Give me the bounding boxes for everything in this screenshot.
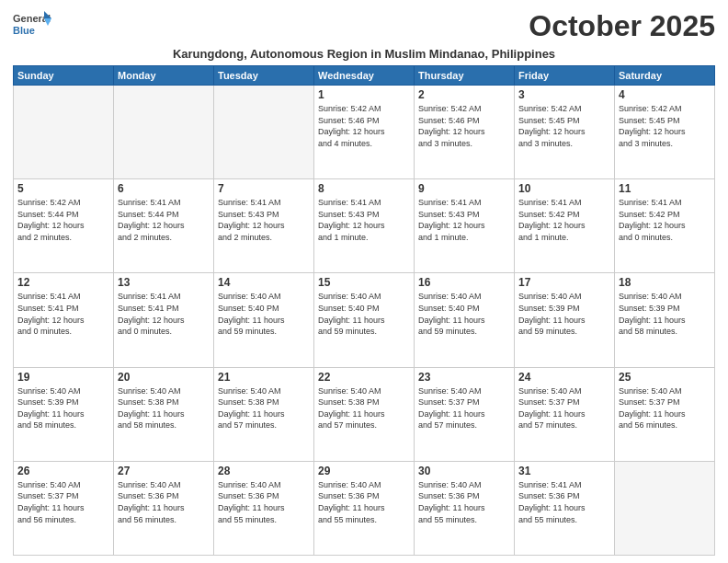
calendar-cell: 11Sunrise: 5:41 AM Sunset: 5:42 PM Dayli… — [615, 179, 715, 273]
logo-svg: General Blue — [13, 9, 51, 42]
cell-info: Sunrise: 5:41 AM Sunset: 5:41 PM Dayligh… — [118, 291, 210, 337]
calendar-cell: 4Sunrise: 5:42 AM Sunset: 5:45 PM Daylig… — [615, 86, 715, 179]
calendar-table: SundayMondayTuesdayWednesdayThursdayFrid… — [13, 65, 715, 556]
cell-info: Sunrise: 5:40 AM Sunset: 5:40 PM Dayligh… — [418, 291, 510, 337]
calendar-cell: 23Sunrise: 5:40 AM Sunset: 5:37 PM Dayli… — [415, 367, 515, 461]
day-number: 12 — [17, 276, 109, 289]
calendar-cell: 14Sunrise: 5:40 AM Sunset: 5:40 PM Dayli… — [214, 273, 314, 367]
calendar-cell: 9Sunrise: 5:41 AM Sunset: 5:43 PM Daylig… — [415, 179, 515, 273]
col-header-thursday: Thursday — [415, 66, 515, 86]
calendar-cell: 25Sunrise: 5:40 AM Sunset: 5:37 PM Dayli… — [615, 367, 715, 461]
day-number: 17 — [518, 276, 610, 289]
calendar-cell: 13Sunrise: 5:41 AM Sunset: 5:41 PM Dayli… — [114, 273, 214, 367]
day-number: 29 — [318, 465, 410, 477]
day-number: 25 — [619, 371, 711, 384]
cell-info: Sunrise: 5:42 AM Sunset: 5:45 PM Dayligh… — [619, 103, 711, 149]
calendar-cell: 31Sunrise: 5:41 AM Sunset: 5:36 PM Dayli… — [515, 461, 615, 555]
week-row-3: 12Sunrise: 5:41 AM Sunset: 5:41 PM Dayli… — [14, 273, 715, 367]
day-number: 21 — [218, 371, 310, 384]
calendar-cell: 17Sunrise: 5:40 AM Sunset: 5:39 PM Dayli… — [515, 273, 615, 367]
calendar-cell: 18Sunrise: 5:40 AM Sunset: 5:39 PM Dayli… — [615, 273, 715, 367]
week-row-1: 1Sunrise: 5:42 AM Sunset: 5:46 PM Daylig… — [14, 86, 715, 179]
cell-info: Sunrise: 5:41 AM Sunset: 5:44 PM Dayligh… — [118, 197, 210, 243]
cell-info: Sunrise: 5:40 AM Sunset: 5:40 PM Dayligh… — [218, 291, 310, 337]
calendar-cell: 22Sunrise: 5:40 AM Sunset: 5:38 PM Dayli… — [314, 367, 415, 461]
logo: General Blue — [13, 9, 51, 42]
col-header-saturday: Saturday — [615, 66, 715, 86]
calendar-cell: 26Sunrise: 5:40 AM Sunset: 5:37 PM Dayli… — [14, 461, 114, 555]
cell-info: Sunrise: 5:40 AM Sunset: 5:38 PM Dayligh… — [218, 385, 310, 431]
top-header: General Blue October 2025 — [13, 9, 715, 43]
calendar-cell — [615, 461, 715, 555]
cell-info: Sunrise: 5:40 AM Sunset: 5:37 PM Dayligh… — [17, 479, 109, 525]
day-number: 23 — [418, 371, 510, 384]
cell-info: Sunrise: 5:41 AM Sunset: 5:43 PM Dayligh… — [218, 197, 310, 243]
cell-info: Sunrise: 5:42 AM Sunset: 5:46 PM Dayligh… — [418, 103, 510, 149]
day-number: 15 — [318, 276, 410, 289]
day-number: 24 — [518, 371, 610, 384]
day-number: 5 — [17, 182, 109, 195]
subtitle: Karungdong, Autonomous Region in Muslim … — [13, 47, 715, 61]
cell-info: Sunrise: 5:40 AM Sunset: 5:36 PM Dayligh… — [418, 479, 510, 525]
calendar-cell: 5Sunrise: 5:42 AM Sunset: 5:44 PM Daylig… — [14, 179, 114, 273]
cell-info: Sunrise: 5:40 AM Sunset: 5:38 PM Dayligh… — [118, 385, 210, 431]
week-row-2: 5Sunrise: 5:42 AM Sunset: 5:44 PM Daylig… — [14, 179, 715, 273]
cell-info: Sunrise: 5:40 AM Sunset: 5:37 PM Dayligh… — [619, 385, 711, 431]
day-number: 27 — [118, 465, 210, 477]
cell-info: Sunrise: 5:40 AM Sunset: 5:36 PM Dayligh… — [318, 479, 410, 525]
day-number: 26 — [17, 465, 109, 477]
day-number: 20 — [118, 371, 210, 384]
calendar-cell: 24Sunrise: 5:40 AM Sunset: 5:37 PM Dayli… — [515, 367, 615, 461]
month-title: October 2025 — [529, 9, 715, 43]
calendar-cell: 8Sunrise: 5:41 AM Sunset: 5:43 PM Daylig… — [314, 179, 415, 273]
cell-info: Sunrise: 5:41 AM Sunset: 5:43 PM Dayligh… — [318, 197, 410, 243]
day-number: 16 — [418, 276, 510, 289]
calendar-cell: 21Sunrise: 5:40 AM Sunset: 5:38 PM Dayli… — [214, 367, 314, 461]
day-number: 13 — [118, 276, 210, 289]
day-number: 1 — [318, 88, 410, 101]
day-number: 7 — [218, 182, 310, 195]
calendar-cell: 30Sunrise: 5:40 AM Sunset: 5:36 PM Dayli… — [415, 461, 515, 555]
day-number: 4 — [619, 88, 711, 101]
cell-info: Sunrise: 5:41 AM Sunset: 5:43 PM Dayligh… — [418, 197, 510, 243]
calendar-cell: 2Sunrise: 5:42 AM Sunset: 5:46 PM Daylig… — [415, 86, 515, 179]
cell-info: Sunrise: 5:41 AM Sunset: 5:42 PM Dayligh… — [518, 197, 610, 243]
day-number: 9 — [418, 182, 510, 195]
col-header-friday: Friday — [515, 66, 615, 86]
svg-text:Blue: Blue — [13, 25, 35, 36]
day-number: 11 — [619, 182, 711, 195]
calendar-page: General Blue October 2025 Karungdong, Au… — [0, 0, 728, 563]
cell-info: Sunrise: 5:41 AM Sunset: 5:42 PM Dayligh… — [619, 197, 711, 243]
week-row-5: 26Sunrise: 5:40 AM Sunset: 5:37 PM Dayli… — [14, 461, 715, 555]
day-number: 3 — [518, 88, 610, 101]
cell-info: Sunrise: 5:40 AM Sunset: 5:36 PM Dayligh… — [118, 479, 210, 525]
calendar-cell: 6Sunrise: 5:41 AM Sunset: 5:44 PM Daylig… — [114, 179, 214, 273]
calendar-cell: 1Sunrise: 5:42 AM Sunset: 5:46 PM Daylig… — [314, 86, 415, 179]
cell-info: Sunrise: 5:40 AM Sunset: 5:36 PM Dayligh… — [218, 479, 310, 525]
header-row: SundayMondayTuesdayWednesdayThursdayFrid… — [14, 66, 715, 86]
calendar-cell: 15Sunrise: 5:40 AM Sunset: 5:40 PM Dayli… — [314, 273, 415, 367]
day-number: 19 — [17, 371, 109, 384]
calendar-cell — [14, 86, 114, 179]
calendar-cell: 20Sunrise: 5:40 AM Sunset: 5:38 PM Dayli… — [114, 367, 214, 461]
day-number: 2 — [418, 88, 510, 101]
col-header-wednesday: Wednesday — [314, 66, 415, 86]
day-number: 6 — [118, 182, 210, 195]
calendar-cell: 28Sunrise: 5:40 AM Sunset: 5:36 PM Dayli… — [214, 461, 314, 555]
cell-info: Sunrise: 5:42 AM Sunset: 5:46 PM Dayligh… — [318, 103, 410, 149]
calendar-cell: 3Sunrise: 5:42 AM Sunset: 5:45 PM Daylig… — [515, 86, 615, 179]
calendar-cell: 29Sunrise: 5:40 AM Sunset: 5:36 PM Dayli… — [314, 461, 415, 555]
day-number: 18 — [619, 276, 711, 289]
cell-info: Sunrise: 5:40 AM Sunset: 5:37 PM Dayligh… — [418, 385, 510, 431]
calendar-cell: 19Sunrise: 5:40 AM Sunset: 5:39 PM Dayli… — [14, 367, 114, 461]
calendar-cell: 10Sunrise: 5:41 AM Sunset: 5:42 PM Dayli… — [515, 179, 615, 273]
calendar-cell: 12Sunrise: 5:41 AM Sunset: 5:41 PM Dayli… — [14, 273, 114, 367]
calendar-cell: 7Sunrise: 5:41 AM Sunset: 5:43 PM Daylig… — [214, 179, 314, 273]
day-number: 10 — [518, 182, 610, 195]
day-number: 14 — [218, 276, 310, 289]
cell-info: Sunrise: 5:40 AM Sunset: 5:39 PM Dayligh… — [619, 291, 711, 337]
day-number: 8 — [318, 182, 410, 195]
calendar-cell: 27Sunrise: 5:40 AM Sunset: 5:36 PM Dayli… — [114, 461, 214, 555]
cell-info: Sunrise: 5:41 AM Sunset: 5:36 PM Dayligh… — [518, 479, 610, 525]
week-row-4: 19Sunrise: 5:40 AM Sunset: 5:39 PM Dayli… — [14, 367, 715, 461]
